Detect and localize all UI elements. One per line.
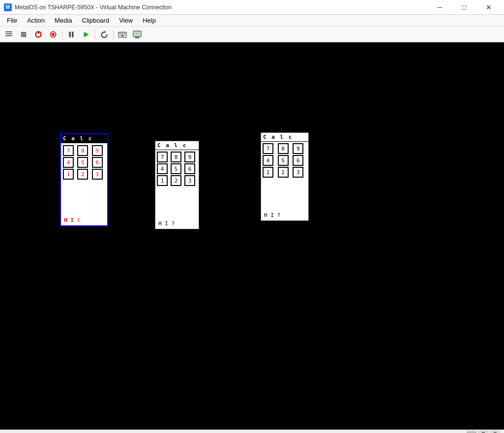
svg-rect-8: [69, 31, 71, 37]
calc-btn-2[interactable]: 2: [77, 169, 88, 180]
svg-rect-0: [5, 33, 12, 34]
shutdown-btn[interactable]: [31, 28, 45, 41]
menu-help[interactable]: Help: [138, 15, 161, 26]
calc-btn-right-6[interactable]: 6: [293, 155, 303, 166]
start-btn[interactable]: [79, 28, 93, 41]
close-button[interactable]: ✕: [477, 0, 500, 15]
svg-rect-3: [22, 32, 26, 36]
calc-titlebar-right: C a l c: [261, 133, 308, 142]
calc-display-mid: [157, 189, 197, 216]
menu-clipboard[interactable]: Clipboard: [77, 15, 115, 26]
ctrl-alt-del-btn[interactable]: [116, 28, 129, 41]
calc-btn-mid-5[interactable]: 5: [171, 163, 181, 174]
svg-marker-10: [84, 31, 89, 37]
titlebar-left: M MetalOS on TSHARPE-5950X - Virtual Mac…: [4, 3, 172, 11]
save-icon: [49, 30, 58, 39]
svg-rect-16: [121, 35, 124, 36]
calc-btn-mid-4[interactable]: 4: [157, 163, 168, 174]
menu-view[interactable]: View: [114, 15, 138, 26]
maximize-button[interactable]: □: [453, 0, 475, 15]
calc-window-right[interactable]: C a l c 7 8 9 4 5 6 1 2 3 H I ?: [261, 132, 309, 221]
calc-btn-8[interactable]: 8: [77, 145, 88, 156]
revert-btn[interactable]: [97, 28, 111, 41]
toolbar: [0, 27, 504, 42]
calc-buttons-mid: 7 8 9 4 5 6 1 2 3: [155, 150, 199, 187]
keyboard-status-icon: [467, 431, 476, 433]
svg-point-7: [52, 33, 55, 36]
calc-buttons-active: 7 8 9 4 5 6 1 2 3: [61, 143, 107, 182]
vm-settings-btn[interactable]: [2, 28, 16, 41]
menu-action[interactable]: Action: [22, 15, 50, 26]
svg-rect-9: [72, 31, 73, 37]
calc-output-active: H I !: [61, 215, 107, 225]
settings-icon: [4, 30, 13, 39]
calc-window-active[interactable]: C a l c 7 8 9 4 5 6 1 2 3 H I !: [60, 133, 108, 226]
toolbar-sep-2: [95, 30, 95, 39]
calc-btn-mid-3[interactable]: 3: [184, 175, 195, 186]
menubar: File Action Media Clipboard View Help: [0, 15, 504, 27]
pause-icon: [67, 30, 76, 39]
calc-btn-6[interactable]: 6: [92, 157, 103, 168]
turn-off-btn[interactable]: [17, 28, 30, 41]
calc-btn-5[interactable]: 5: [77, 157, 88, 168]
lock-status-icon: [478, 431, 488, 433]
svg-rect-15: [124, 33, 125, 34]
calc-btn-mid-1[interactable]: 1: [157, 175, 168, 186]
pause-btn[interactable]: [64, 28, 78, 41]
svg-rect-13: [119, 33, 120, 34]
calc-btn-1[interactable]: 1: [63, 169, 74, 180]
revert-icon: [100, 30, 109, 39]
network-status-icon: [490, 431, 500, 433]
toolbar-sep-1: [62, 30, 62, 39]
calc-titlebar-mid: C a l c: [155, 141, 199, 150]
calc-btn-right-4[interactable]: 4: [263, 155, 273, 166]
play-icon: [82, 30, 90, 39]
menu-file[interactable]: File: [2, 15, 22, 26]
keyboard-icon: [118, 30, 127, 39]
calc-display-right: [263, 181, 306, 208]
app-icon: M: [4, 3, 12, 11]
calc-buttons-right: 7 8 9 4 5 6 1 2 3: [261, 142, 308, 179]
svg-marker-11: [104, 31, 105, 33]
screen-btn[interactable]: [130, 28, 144, 41]
minimize-button[interactable]: ─: [428, 0, 451, 15]
titlebar: M MetalOS on TSHARPE-5950X - Virtual Mac…: [0, 0, 504, 15]
window-title: MetalOS on TSHARPE-5950X - Virtual Machi…: [15, 4, 172, 11]
svg-rect-12: [119, 32, 126, 37]
statusbar-right: [467, 431, 500, 433]
calc-btn-right-9[interactable]: 9: [293, 143, 303, 154]
calc-titlebar-active: C a l c: [61, 134, 107, 143]
calc-btn-7[interactable]: 7: [63, 145, 74, 156]
calc-btn-right-3[interactable]: 3: [293, 167, 303, 178]
calc-btn-4[interactable]: 4: [63, 157, 74, 168]
calc-btn-mid-9[interactable]: 9: [184, 152, 195, 162]
calc-btn-3[interactable]: 3: [92, 169, 103, 180]
screen-icon: [133, 30, 142, 39]
calc-btn-right-5[interactable]: 5: [278, 155, 289, 166]
calc-btn-mid-6[interactable]: 6: [184, 163, 195, 174]
menu-media[interactable]: Media: [50, 15, 77, 26]
calc-btn-mid-7[interactable]: 7: [157, 152, 168, 162]
calc-display-active: [63, 184, 105, 213]
vm-screen[interactable]: C a l c 7 8 9 4 5 6 1 2 3 H I ! C a l c …: [0, 42, 504, 430]
calc-btn-right-2[interactable]: 2: [278, 167, 289, 178]
calc-window-mid[interactable]: C a l c 7 8 9 4 5 6 1 2 3 H I ?: [155, 141, 199, 229]
calc-output-mid: H I ?: [155, 218, 199, 229]
svg-rect-14: [122, 33, 123, 34]
calc-btn-mid-8[interactable]: 8: [171, 152, 181, 162]
window-controls: ─ □ ✕: [428, 0, 500, 15]
calc-btn-right-8[interactable]: 8: [278, 143, 289, 154]
save-state-btn[interactable]: [46, 28, 60, 41]
shutdown-icon: [34, 30, 43, 39]
turnoff-icon: [19, 30, 28, 39]
calc-btn-right-1[interactable]: 1: [263, 167, 273, 178]
svg-rect-2: [5, 31, 12, 32]
calc-btn-9[interactable]: 9: [92, 145, 103, 156]
calc-btn-mid-2[interactable]: 2: [171, 175, 181, 186]
svg-rect-1: [5, 35, 12, 36]
toolbar-sep-3: [113, 30, 114, 39]
statusbar: Status: Running: [0, 430, 504, 433]
calc-btn-right-7[interactable]: 7: [263, 143, 273, 154]
calc-output-right: H I ?: [261, 210, 308, 220]
